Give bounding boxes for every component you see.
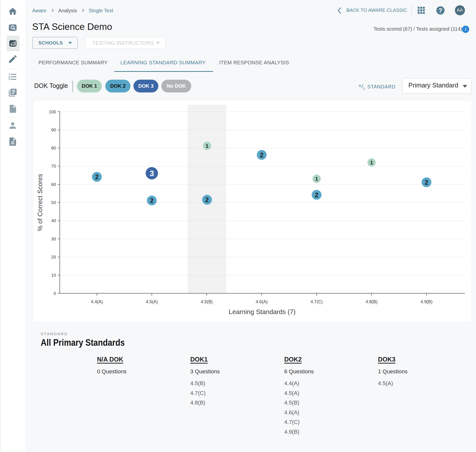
svg-text:1: 1: [206, 143, 209, 149]
svg-text:4.5(A): 4.5(A): [146, 299, 158, 304]
svg-text:0: 0: [54, 291, 56, 296]
svg-text:2: 2: [150, 197, 154, 204]
svg-text:30: 30: [51, 237, 56, 241]
svg-text:4.6(A): 4.6(A): [256, 299, 268, 304]
svg-text:60: 60: [51, 182, 56, 187]
svg-text:3: 3: [9, 78, 10, 81]
svg-text:% of Correct Scores: % of Correct Scores: [36, 174, 43, 231]
svg-text:2: 2: [315, 191, 318, 198]
svg-text:100: 100: [49, 110, 56, 114]
svg-text:Learning Standards (7): Learning Standards (7): [229, 308, 296, 316]
svg-text:1: 1: [315, 176, 318, 182]
svg-text:50: 50: [51, 200, 56, 205]
svg-text:20: 20: [51, 255, 56, 260]
svg-text:2: 2: [205, 196, 209, 203]
svg-text:1: 1: [370, 160, 373, 165]
svg-text:80: 80: [51, 146, 56, 150]
svg-text:10: 10: [51, 273, 56, 278]
svg-text:70: 70: [51, 164, 56, 169]
svg-text:2: 2: [425, 179, 428, 186]
svg-text:3: 3: [150, 169, 154, 178]
svg-text:90: 90: [51, 128, 56, 132]
svg-text:2: 2: [260, 152, 263, 159]
svg-text:4.8(B): 4.8(B): [366, 299, 378, 304]
svg-text:4.9(B): 4.9(B): [420, 299, 433, 304]
svg-text:4.4(A): 4.4(A): [91, 299, 103, 304]
svg-text:2: 2: [95, 173, 99, 180]
svg-text:4.5(B): 4.5(B): [201, 299, 213, 304]
svg-text:40: 40: [51, 218, 56, 223]
svg-text:4.7(C): 4.7(C): [310, 299, 323, 304]
